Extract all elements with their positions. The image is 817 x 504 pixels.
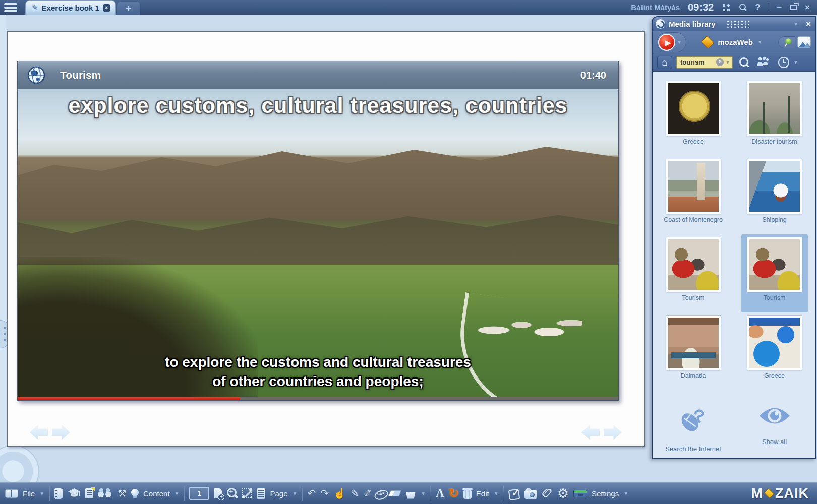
community-icon[interactable] (756, 56, 770, 69)
file-menu[interactable]: File (23, 489, 35, 498)
file-book-icon[interactable] (5, 489, 18, 498)
content-menu-dropdown-icon[interactable]: ▼ (174, 491, 180, 496)
pin-panel-button[interactable] (778, 36, 795, 48)
media-type-picture-icon[interactable] (797, 36, 811, 48)
media-thumbnail[interactable] (747, 237, 802, 292)
undo-icon[interactable]: ↶ (307, 488, 316, 498)
document-bookmark-icon[interactable] (85, 488, 93, 498)
zoom-icon[interactable] (226, 488, 238, 499)
idea-bulb-icon[interactable] (131, 489, 139, 496)
gear-icon[interactable]: ⚙ (557, 487, 569, 500)
pen-tool-icon[interactable]: ✎ (351, 488, 359, 498)
media-thumbnail[interactable] (666, 237, 721, 292)
history-dropdown-icon[interactable]: ▼ (793, 59, 798, 65)
text-tool-icon[interactable]: A (436, 487, 444, 500)
search-icon[interactable] (739, 4, 747, 12)
main-menu-icon[interactable] (4, 3, 17, 12)
play-options-dropdown-icon[interactable]: ▼ (677, 39, 682, 45)
media-item-label: Shipping (741, 216, 808, 223)
play-media-button[interactable]: ▶ ▼ (657, 32, 686, 52)
homework-check-icon[interactable] (509, 488, 520, 498)
settings-menu[interactable]: Settings (592, 489, 619, 498)
show-all-button[interactable]: Show all (734, 405, 815, 453)
media-item[interactable]: Tourism (660, 234, 727, 312)
media-thumbnail[interactable] (666, 81, 721, 136)
play-icon[interactable]: ▶ (658, 34, 675, 51)
file-menu-dropdown-icon[interactable]: ▼ (39, 491, 44, 496)
media-thumbnail[interactable] (747, 316, 802, 370)
edit-menu-dropdown-icon[interactable]: ▼ (494, 491, 499, 496)
search-field[interactable]: tourism × ▼ (676, 56, 733, 69)
media-library-header[interactable]: Media library ▼ × (653, 17, 815, 31)
video-frame[interactable]: explore customs, cultural treasures, cou… (18, 89, 618, 400)
media-item[interactable]: Coast of Montenegro (660, 156, 727, 234)
graduation-cap-icon[interactable] (68, 488, 81, 499)
media-library-icon (656, 19, 665, 29)
page-menu[interactable]: Page (270, 489, 287, 498)
paperclip-icon[interactable] (542, 487, 553, 500)
storage-tray-icon[interactable] (573, 490, 587, 497)
home-button[interactable]: ⌂ (657, 56, 672, 69)
panel-close-icon[interactable]: × (806, 20, 811, 28)
video-progress-bar[interactable] (18, 397, 618, 400)
shape-recognition-pen-icon[interactable]: ✑ (376, 488, 385, 498)
apps-grid-icon[interactable] (722, 3, 731, 12)
minimize-icon[interactable]: – (777, 3, 782, 12)
layout-link-icon[interactable] (242, 488, 252, 498)
separator (302, 486, 303, 501)
delete-icon[interactable] (463, 490, 472, 499)
source-label: mozaWeb (718, 38, 753, 46)
video-player[interactable]: Tourism 01:40 explore customs, cultural … (17, 61, 619, 401)
media-thumbnail[interactable] (666, 159, 721, 214)
redo-icon[interactable]: ↷ (320, 488, 329, 498)
history-clock-icon[interactable] (778, 57, 789, 68)
media-item-selected[interactable]: Tourism (741, 234, 808, 312)
pen-holder-icon[interactable] (405, 492, 416, 499)
next-page-arrow[interactable] (604, 425, 622, 440)
media-item[interactable]: Disaster tourism (741, 78, 808, 156)
close-window-icon[interactable]: × (805, 3, 810, 12)
clear-search-icon[interactable]: × (716, 58, 724, 66)
exercise-book-icon[interactable] (54, 488, 63, 499)
hand-pointer-icon[interactable]: ☝ (333, 488, 346, 498)
content-menu[interactable]: Content (143, 489, 170, 498)
media-thumbnail[interactable] (747, 159, 802, 214)
tab-exercise-book[interactable]: ✎ Exercise book 1 × (25, 0, 116, 15)
camera-icon[interactable] (524, 490, 537, 499)
tab-close-icon[interactable]: × (103, 4, 110, 12)
binoculars-icon[interactable] (98, 490, 113, 498)
edit-menu[interactable]: Edit (476, 489, 489, 498)
tools-icon[interactable]: ⚒ (118, 488, 127, 498)
page-nav-left (30, 425, 70, 440)
search-input[interactable]: tourism (680, 58, 715, 66)
page-menu-dropdown-icon[interactable]: ▼ (293, 491, 298, 496)
media-thumbnail[interactable] (747, 81, 802, 136)
settings-menu-dropdown-icon[interactable]: ▼ (623, 491, 628, 496)
run-search-icon[interactable] (739, 57, 749, 68)
media-thumbnail[interactable] (666, 316, 721, 370)
media-item[interactable]: Dalmatia (660, 312, 727, 391)
source-dropdown-icon[interactable]: ▼ (757, 39, 763, 45)
help-icon[interactable]: ? (755, 3, 760, 12)
media-item[interactable]: Shipping (741, 156, 808, 234)
animation-icon[interactable]: ↻ (449, 486, 459, 500)
next-page-arrow[interactable] (52, 425, 70, 440)
previous-page-arrow[interactable] (581, 425, 600, 440)
highlighter-tool-icon[interactable]: ✐ (364, 488, 372, 498)
add-page-icon[interactable] (214, 488, 222, 498)
restore-window-icon[interactable] (790, 5, 797, 10)
media-item[interactable]: Greece (660, 78, 727, 156)
eraser-tool-icon[interactable] (388, 490, 402, 496)
media-item-label: Greece (660, 138, 727, 145)
media-item[interactable]: Greece (741, 312, 808, 391)
search-internet-button[interactable]: Search the Internet (653, 405, 734, 453)
page-list-icon[interactable] (257, 488, 265, 499)
source-selector[interactable]: mozaWeb ▼ (702, 37, 763, 48)
pen-holder-dropdown-icon[interactable]: ▼ (421, 491, 426, 496)
new-tab-button[interactable]: + (117, 2, 140, 15)
panel-dropdown-icon[interactable]: ▼ (793, 21, 798, 27)
search-history-dropdown-icon[interactable]: ▼ (725, 59, 730, 65)
drag-handle-icon[interactable] (726, 20, 749, 28)
previous-page-arrow[interactable] (30, 425, 48, 440)
page-number-box[interactable]: 1 (189, 487, 209, 500)
